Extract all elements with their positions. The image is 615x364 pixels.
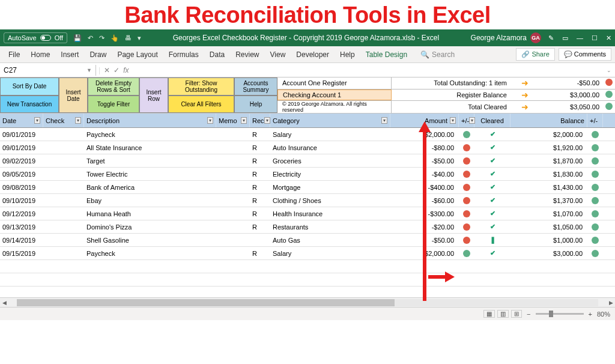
cell-description[interactable]: Paycheck [84, 131, 216, 138]
table-row-empty[interactable] [0, 260, 615, 273]
zoom-level[interactable]: 80% [597, 311, 610, 318]
cell-cleared[interactable]: ✔ [474, 144, 510, 151]
page-break-icon[interactable]: ⊞ [511, 310, 522, 318]
cell-cleared[interactable]: ✔ [474, 130, 510, 138]
expand-formula-icon[interactable]: ⌄ [603, 67, 615, 73]
col-check[interactable]: Check▾ [43, 114, 84, 127]
cell-rec[interactable]: R [250, 131, 270, 138]
accept-formula-icon[interactable]: ✓ [114, 66, 120, 74]
cell-category[interactable]: Mortgage [270, 184, 390, 191]
tell-me-search[interactable]: 🔍 Search [420, 50, 455, 59]
cell-rec[interactable]: R [250, 144, 270, 151]
cell-amount[interactable]: -$50.00 [390, 157, 459, 165]
print-icon[interactable]: 🖶 [125, 34, 132, 41]
minimize-icon[interactable]: — [577, 34, 583, 41]
tab-draw[interactable]: Draw [85, 48, 111, 61]
table-row[interactable]: 09/01/2019PaycheckRSalary$2,000.00✔$2,00… [0, 128, 615, 141]
cell-amount[interactable]: $2,000.00 [390, 250, 459, 257]
page-layout-icon[interactable]: ▥ [497, 310, 509, 318]
cell-amount[interactable]: -$300.00 [390, 210, 459, 217]
cell-cleared[interactable]: ✔ [474, 196, 510, 204]
sort-by-date-button[interactable]: Sort By Date [0, 77, 59, 96]
cell-date[interactable]: 09/13/2019 [0, 223, 43, 231]
close-icon[interactable]: ✕ [606, 34, 611, 42]
cancel-formula-icon[interactable]: ✕ [104, 66, 110, 74]
cell-date[interactable]: 09/10/2019 [0, 197, 43, 204]
tab-page-layout[interactable]: Page Layout [112, 48, 162, 61]
save-icon[interactable]: 💾 [73, 34, 82, 42]
cell-category[interactable]: Groceries [270, 157, 390, 165]
fx-icon[interactable]: fx [123, 66, 129, 74]
table-row[interactable]: 09/10/2019EbayRClothing / Shoes-$60.00✔$… [0, 194, 615, 207]
cell-category[interactable]: Auto Gas [270, 237, 390, 244]
cell-cleared[interactable]: ✔ [474, 223, 510, 231]
col-balance[interactable]: Balance [510, 114, 587, 127]
cell-rec[interactable]: R [250, 157, 270, 165]
zoom-slider[interactable] [536, 313, 584, 315]
cell-amount[interactable]: -$400.00 [390, 184, 459, 191]
cell-description[interactable]: Ebay [84, 197, 216, 204]
cell-cleared[interactable]: ❚ [474, 236, 510, 244]
cell-cleared[interactable]: ✔ [474, 183, 510, 191]
account-name-field[interactable]: Checking Account 1 [277, 89, 392, 101]
col-rec[interactable]: Rec▾ [250, 114, 270, 127]
insert-date-button[interactable]: Insert Date [59, 77, 88, 113]
table-row[interactable]: 09/05/2019Tower ElectricRElectricity-$40… [0, 168, 615, 181]
cell-description[interactable]: Domino's Pizza [84, 223, 216, 231]
tab-help[interactable]: Help [335, 48, 360, 61]
cell-description[interactable]: Target [84, 157, 216, 165]
insert-row-button[interactable]: Insert Row [139, 77, 168, 113]
cell-amount[interactable]: -$50.00 [390, 237, 459, 244]
cell-amount[interactable]: -$40.00 [390, 171, 459, 178]
table-row[interactable]: 09/13/2019Domino's PizzaRRestaurants-$20… [0, 220, 615, 234]
delete-empty-rows-button[interactable]: Delete Empty Rows & Sort [88, 77, 139, 96]
cell-amount[interactable]: -$80.00 [390, 144, 459, 151]
filter-outstanding-button[interactable]: Filter: Show Outstanding [168, 77, 234, 96]
cell-rec[interactable]: R [250, 250, 270, 257]
draw-icon[interactable]: ✎ [548, 34, 554, 42]
col-pm2[interactable]: +/- [587, 114, 603, 127]
tab-home[interactable]: Home [26, 48, 55, 61]
scroll-left-icon[interactable]: ◀ [0, 300, 8, 306]
table-row[interactable]: 09/01/2019All State InsuranceRAuto Insur… [0, 141, 615, 154]
maximize-icon[interactable]: ☐ [592, 34, 598, 42]
tab-insert[interactable]: Insert [56, 48, 83, 61]
scrollbar-thumb[interactable] [17, 299, 395, 306]
cell-category[interactable]: Health Insurance [270, 210, 390, 217]
cell-date[interactable]: 09/12/2019 [0, 210, 43, 217]
cell-date[interactable]: 09/02/2019 [0, 157, 43, 165]
cell-description[interactable]: Humana Heath [84, 210, 216, 217]
normal-view-icon[interactable]: ▦ [483, 310, 495, 318]
cell-date[interactable]: 09/05/2019 [0, 171, 43, 178]
cell-date[interactable]: 09/08/2019 [0, 184, 43, 191]
new-transaction-button[interactable]: New Transaction [0, 96, 59, 114]
cell-cleared[interactable]: ✔ [474, 157, 510, 165]
horizontal-scrollbar[interactable]: ◀ ▶ [0, 297, 615, 307]
cell-date[interactable]: 09/15/2019 [0, 250, 43, 257]
cell-amount[interactable]: $2,000.00 [390, 131, 459, 138]
zoom-out-icon[interactable]: − [527, 311, 530, 318]
tab-file[interactable]: File [4, 48, 25, 61]
cell-category[interactable]: Salary [270, 250, 390, 257]
tab-view[interactable]: View [265, 48, 291, 61]
autosave-toggle[interactable]: AutoSave Off [4, 32, 67, 43]
table-row[interactable]: 09/15/2019PaycheckRSalary$2,000.00✔$3,00… [0, 247, 615, 260]
toggle-filter-button[interactable]: Toggle Filter [88, 96, 139, 114]
tab-review[interactable]: Review [231, 48, 264, 61]
cell-category[interactable]: Electricity [270, 171, 390, 178]
col-cleared[interactable]: Cleared [474, 114, 510, 127]
help-button[interactable]: Help [234, 96, 277, 114]
col-memo[interactable]: Memo▾ [216, 114, 250, 127]
cell-rec[interactable]: R [250, 197, 270, 204]
table-row[interactable]: 09/02/2019TargetRGroceries-$50.00✔$1,870… [0, 154, 615, 168]
cell-date[interactable]: 09/01/2019 [0, 144, 43, 151]
table-row-empty[interactable] [0, 273, 615, 287]
cell-rec[interactable]: R [250, 223, 270, 231]
cell-date[interactable]: 09/14/2019 [0, 237, 43, 244]
cell-description[interactable]: Paycheck [84, 250, 216, 257]
accounts-summary-button[interactable]: Accounts Summary [234, 77, 277, 96]
table-row[interactable]: 09/08/2019Bank of AmericaRMortgage-$400.… [0, 181, 615, 194]
undo-icon[interactable]: ↶ [88, 34, 93, 42]
cell-amount[interactable]: -$20.00 [390, 223, 459, 231]
cell-category[interactable]: Auto Insurance [270, 144, 390, 151]
